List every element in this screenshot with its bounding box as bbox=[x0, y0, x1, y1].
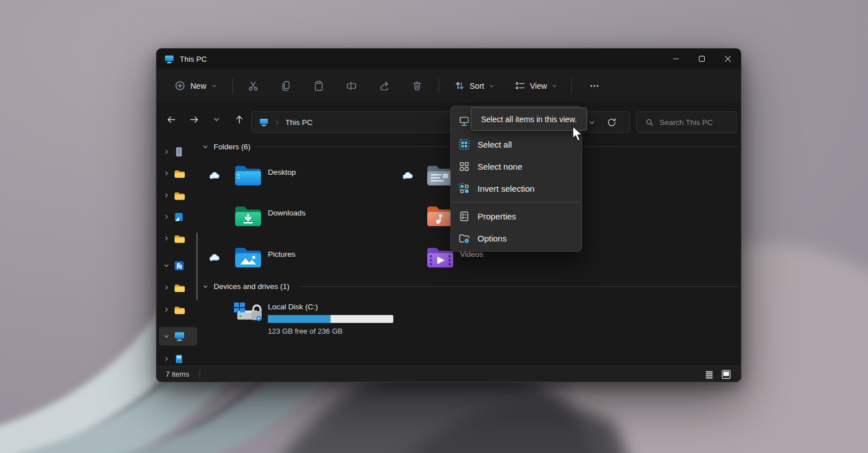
command-toolbar: New Sort View bbox=[157, 69, 741, 102]
toolbar-separator bbox=[232, 78, 233, 94]
paste-button[interactable] bbox=[307, 75, 330, 97]
delete-icon bbox=[411, 80, 423, 92]
status-bar: 7 items bbox=[157, 366, 741, 382]
chevron-right-icon[interactable] bbox=[159, 213, 173, 221]
new-button[interactable]: New bbox=[168, 75, 223, 97]
address-dropdown-chevron-icon[interactable] bbox=[588, 118, 596, 127]
desktop-folder-icon bbox=[234, 163, 262, 187]
sidebar-item-organization[interactable] bbox=[159, 256, 197, 275]
section-title: Folders (6) bbox=[214, 143, 250, 151]
maximize-button[interactable] bbox=[689, 49, 715, 68]
thumbnails-view-button[interactable] bbox=[719, 368, 733, 381]
sidebar-item-folder-1[interactable] bbox=[159, 164, 197, 183]
menu-item-select-all[interactable]: Select all bbox=[451, 133, 581, 156]
folder-tile-downloads[interactable]: Downloads bbox=[234, 204, 306, 228]
gallery-icon bbox=[173, 146, 184, 157]
this-pc-icon bbox=[164, 54, 175, 64]
delete-button[interactable] bbox=[406, 75, 428, 97]
chevron-right-icon[interactable] bbox=[159, 235, 173, 242]
view-icon bbox=[514, 80, 526, 92]
sidebar-item-folder-4[interactable] bbox=[159, 278, 197, 297]
content-area: Folders (6) Desktop Downloads bbox=[157, 136, 741, 366]
forward-button[interactable] bbox=[184, 109, 204, 130]
folder-tile-desktop[interactable]: Desktop bbox=[234, 163, 296, 187]
videos-folder-icon bbox=[426, 245, 454, 269]
close-button[interactable] bbox=[715, 49, 741, 68]
sidebar-item-folder-2[interactable] bbox=[159, 186, 197, 205]
chevron-right-icon[interactable] bbox=[159, 148, 173, 156]
chevron-down-icon[interactable] bbox=[159, 262, 173, 269]
search-box[interactable] bbox=[636, 111, 737, 133]
section-title: Devices and drives (1) bbox=[214, 282, 289, 291]
folder-icon bbox=[173, 305, 185, 315]
back-arrow-icon bbox=[166, 114, 177, 126]
chevron-right-icon[interactable] bbox=[159, 284, 173, 291]
organization-icon bbox=[173, 260, 185, 271]
view-button-label: View bbox=[530, 81, 547, 90]
file-explorer-window: This PC New Sort bbox=[156, 48, 741, 382]
downloads-folder-icon bbox=[234, 204, 262, 228]
local-disk-bitlocker-icon bbox=[233, 299, 263, 326]
close-icon bbox=[722, 53, 734, 64]
forward-arrow-icon bbox=[188, 114, 200, 126]
chevron-down-icon[interactable] bbox=[159, 333, 173, 340]
devices-section-header[interactable]: Devices and drives (1) bbox=[202, 282, 289, 291]
menu-item-properties[interactable]: Properties bbox=[451, 205, 581, 227]
details-view-button[interactable] bbox=[702, 368, 716, 381]
folder-tile-pictures[interactable]: Pictures bbox=[234, 245, 296, 269]
sidebar-item-gallery[interactable] bbox=[159, 143, 197, 161]
new-button-label: New bbox=[190, 81, 206, 90]
copy-button[interactable] bbox=[275, 75, 297, 97]
sidebar-item-folder-5[interactable] bbox=[159, 300, 197, 319]
back-button[interactable] bbox=[161, 109, 181, 130]
pictures-folder-icon bbox=[234, 245, 262, 269]
folders-section-header[interactable]: Folders (6) bbox=[202, 143, 250, 151]
address-row: This PC bbox=[157, 102, 741, 136]
cut-button[interactable] bbox=[242, 75, 264, 97]
sidebar-item-onedrive[interactable] bbox=[159, 208, 197, 226]
chevron-right-icon[interactable] bbox=[159, 306, 173, 313]
chevron-down-icon bbox=[488, 83, 495, 89]
chevron-right-icon[interactable] bbox=[159, 192, 173, 199]
chevron-right-icon[interactable] bbox=[159, 170, 173, 177]
details-view-icon bbox=[704, 369, 715, 380]
folder-icon bbox=[173, 234, 185, 244]
local-disk-icon bbox=[173, 353, 184, 364]
properties-icon bbox=[458, 210, 470, 222]
drive-tile-local-disk-c[interactable] bbox=[233, 299, 263, 326]
onedrive-blue-icon bbox=[173, 212, 184, 222]
share-button[interactable] bbox=[373, 75, 396, 97]
menu-item-invert-selection[interactable]: Invert selection bbox=[451, 178, 581, 200]
disk-usage-fill bbox=[268, 315, 331, 323]
cut-icon bbox=[247, 80, 259, 92]
folder-icon bbox=[173, 191, 185, 201]
paste-icon bbox=[313, 80, 325, 92]
refresh-icon[interactable] bbox=[606, 117, 617, 128]
breadcrumb[interactable]: This PC bbox=[285, 118, 313, 127]
mouse-cursor bbox=[572, 126, 583, 142]
see-more-button[interactable] bbox=[583, 75, 606, 97]
disk-free-space-text: 123 GB free of 236 GB bbox=[268, 327, 342, 335]
chevron-right-icon[interactable] bbox=[159, 355, 173, 363]
sort-button[interactable]: Sort bbox=[448, 75, 501, 97]
sidebar-item-this-pc[interactable] bbox=[159, 327, 197, 346]
minimize-button[interactable] bbox=[663, 49, 689, 68]
menu-item-options[interactable]: Options bbox=[451, 227, 581, 249]
titlebar[interactable]: This PC bbox=[157, 49, 741, 69]
navigation-pane bbox=[157, 136, 199, 366]
sidebar-item-folder-3[interactable] bbox=[159, 229, 197, 248]
map-network-drive-icon bbox=[458, 115, 470, 127]
onedrive-sync-cloud-icon bbox=[209, 253, 220, 262]
invert-selection-icon bbox=[458, 183, 470, 195]
chevron-right-icon bbox=[274, 119, 280, 126]
up-button[interactable] bbox=[229, 109, 249, 130]
sidebar-scrollbar[interactable] bbox=[196, 232, 198, 300]
view-button[interactable]: View bbox=[509, 75, 563, 97]
search-input[interactable] bbox=[659, 118, 733, 127]
this-pc-icon bbox=[173, 330, 185, 342]
recent-locations-button[interactable] bbox=[206, 109, 227, 130]
search-icon bbox=[645, 118, 654, 127]
rename-button[interactable] bbox=[340, 75, 363, 97]
menu-item-select-none[interactable]: Select none bbox=[451, 156, 581, 178]
folder-tile-label: Downloads bbox=[268, 209, 306, 228]
